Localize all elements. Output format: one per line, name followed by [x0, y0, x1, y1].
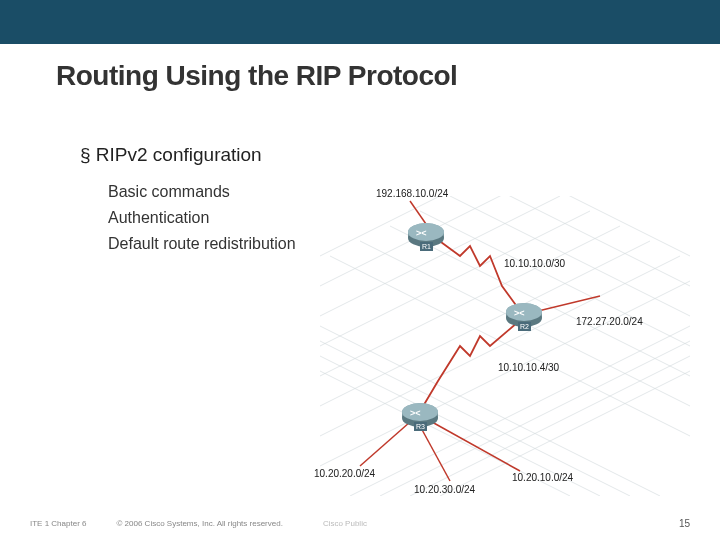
- list-item: Authentication: [108, 206, 296, 230]
- feature-list: Basic commands Authentication Default ro…: [108, 180, 296, 258]
- subtitle: § RIPv2 configuration: [80, 144, 262, 166]
- svg-line-18: [330, 256, 690, 436]
- svg-line-14: [450, 196, 690, 316]
- router-label: R1: [420, 242, 433, 251]
- svg-line-13: [480, 196, 690, 286]
- svg-line-15: [420, 211, 690, 346]
- header-bar: [0, 0, 720, 44]
- network-diagram: >< >< >< R1 R2 R3 192.168.10.0/24 10.10.…: [320, 196, 690, 496]
- footer-copyright: © 2006 Cisco Systems, Inc. All rights re…: [116, 519, 282, 528]
- footer-public: Cisco Public: [323, 519, 367, 528]
- router-label: R3: [414, 422, 427, 431]
- svg-text:><: ><: [410, 408, 421, 418]
- router-label: R2: [518, 322, 531, 331]
- svg-line-24: [534, 296, 600, 312]
- slide-title: Routing Using the RIP Protocol: [56, 60, 457, 92]
- network-label: 172.27.20.0/24: [576, 316, 643, 327]
- list-item: Basic commands: [108, 180, 296, 204]
- svg-text:><: ><: [514, 308, 525, 318]
- svg-line-0: [320, 196, 500, 256]
- svg-line-7: [320, 281, 690, 466]
- footer-chapter: ITE 1 Chapter 6: [30, 519, 86, 528]
- network-label: 10.20.10.0/24: [512, 472, 573, 483]
- network-label: 10.10.10.4/30: [498, 362, 559, 373]
- list-item: Default route redistribution: [108, 232, 296, 256]
- network-label: 10.10.10.0/30: [504, 258, 565, 269]
- svg-line-26: [420, 426, 450, 481]
- svg-line-2: [320, 196, 560, 316]
- svg-line-25: [360, 422, 410, 466]
- page-number: 15: [679, 518, 690, 529]
- svg-line-4: [320, 226, 620, 376]
- network-label: 10.20.30.0/24: [414, 484, 475, 495]
- footer: ITE 1 Chapter 6 © 2006 Cisco Systems, In…: [30, 519, 690, 528]
- svg-line-16: [390, 226, 690, 376]
- topology-svg: >< >< ><: [320, 196, 690, 496]
- network-label: 10.20.20.0/24: [314, 468, 375, 479]
- svg-line-3: [320, 211, 590, 346]
- svg-line-12: [510, 196, 690, 256]
- network-label: 192.168.10.0/24: [376, 188, 448, 199]
- svg-text:><: ><: [416, 228, 427, 238]
